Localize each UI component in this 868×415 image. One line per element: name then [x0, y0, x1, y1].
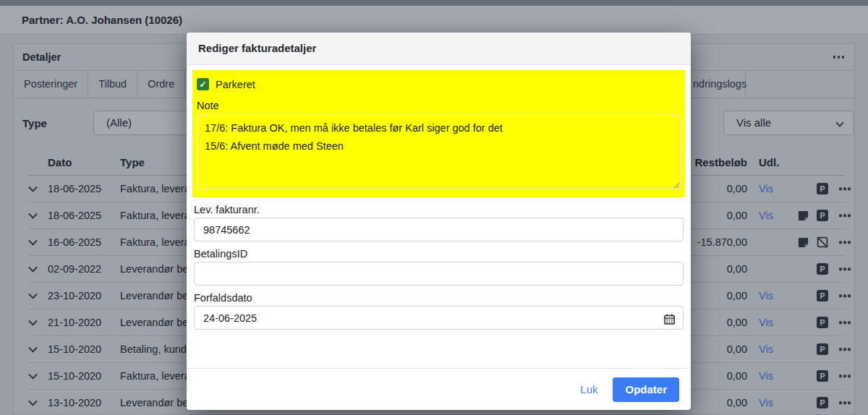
- calendar-icon[interactable]: [664, 314, 675, 325]
- modal-title: Rediger fakturadetaljer: [198, 42, 316, 54]
- note-label: Note: [197, 100, 681, 111]
- parkeret-label: Parkeret: [216, 79, 255, 90]
- modal-header: Rediger fakturadetaljer: [187, 33, 691, 65]
- edit-invoice-modal: Rediger fakturadetaljer Parkeret Note 17…: [187, 33, 691, 410]
- modal-body: Parkeret Note 17/6: Faktura OK, men må i…: [187, 65, 691, 368]
- opdater-button[interactable]: Opdater: [613, 377, 679, 402]
- betalingsid-input[interactable]: [194, 262, 684, 286]
- modal-footer: Luk Opdater: [187, 368, 691, 410]
- luk-button[interactable]: Luk: [580, 383, 597, 395]
- lev-fakturanr-label: Lev. fakturanr.: [194, 204, 684, 215]
- forfaldsdato-label: Forfaldsdato: [194, 292, 684, 304]
- app-window: Partner: A.O. Johansen (10026) Detaljer …: [0, 0, 868, 415]
- highlight-section: Parkeret Note 17/6: Faktura OK, men må i…: [192, 70, 685, 197]
- betalingsid-label: BetalingsID: [194, 248, 684, 260]
- lev-fakturanr-input[interactable]: [194, 218, 684, 241]
- forfaldsdato-input[interactable]: [194, 306, 684, 330]
- parkeret-checkbox[interactable]: [197, 78, 209, 90]
- note-textarea[interactable]: 17/6: Faktura OK, men må ikke betales fø…: [197, 115, 681, 189]
